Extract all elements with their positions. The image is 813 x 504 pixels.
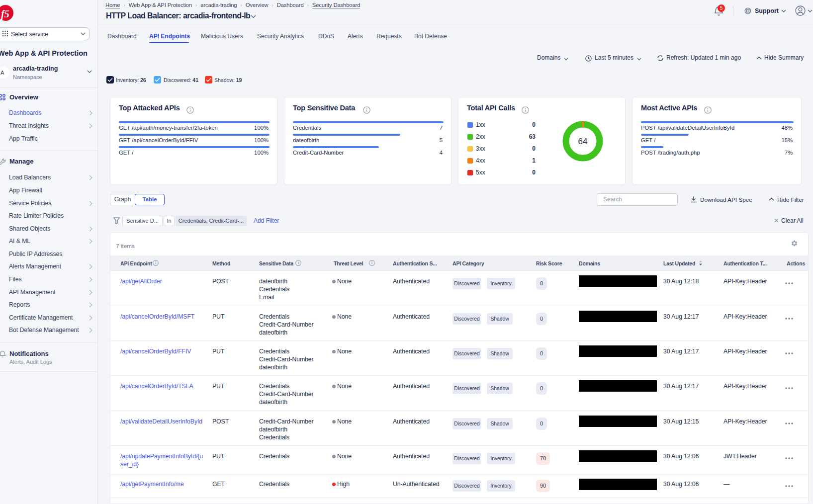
- svg-text:f5: f5: [1, 8, 9, 20]
- svg-text:64: 64: [578, 137, 588, 146]
